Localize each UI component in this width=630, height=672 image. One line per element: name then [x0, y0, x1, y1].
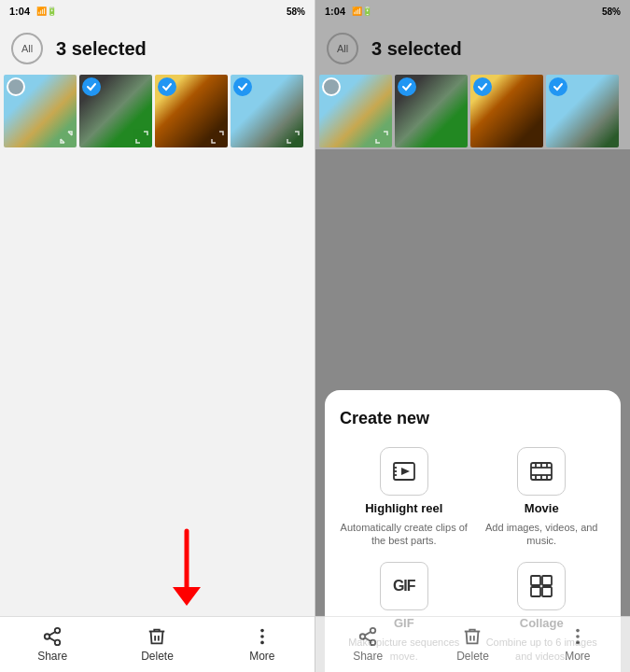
more-label-left: More — [249, 650, 274, 663]
movie-item[interactable]: Movie Add images, videos, and music. — [478, 447, 607, 548]
svg-point-33 — [576, 629, 580, 633]
check-1-right[interactable] — [322, 77, 341, 96]
share-button-left[interactable]: Share — [0, 619, 105, 670]
expand-4-left — [286, 130, 301, 145]
delete-icon-right — [462, 626, 483, 647]
delete-label-left: Delete — [141, 650, 174, 663]
svg-marker-11 — [401, 468, 410, 475]
delete-label-right: Delete — [456, 650, 489, 663]
right-thumbnail-row — [315, 75, 630, 149]
thumb-4-left[interactable] — [231, 75, 303, 147]
right-bottom-nav: Share Delete More — [315, 616, 630, 672]
create-new-title: Create new — [340, 409, 606, 428]
movie-name: Movie — [525, 501, 559, 515]
battery-right: 58% — [602, 7, 621, 17]
expand-1-right — [374, 130, 389, 145]
all-button-left[interactable]: All — [11, 33, 43, 64]
svg-point-8 — [260, 635, 264, 638]
svg-rect-25 — [542, 576, 552, 585]
delete-button-left[interactable]: Delete — [105, 619, 209, 670]
left-header: All 3 selected — [0, 22, 315, 75]
arrow-indicator — [163, 526, 210, 614]
collage-icon — [517, 562, 566, 610]
check-1-left[interactable] — [7, 77, 25, 96]
time-right: 1:04 — [325, 6, 345, 17]
svg-point-34 — [576, 635, 580, 638]
more-icon-right — [567, 626, 588, 647]
selected-count-right: 3 selected — [371, 38, 462, 60]
expand-2-left — [134, 130, 149, 145]
movie-desc: Add images, videos, and music. — [478, 521, 607, 548]
status-time-left: 1:04 📶🔋 — [9, 6, 57, 17]
all-label-right: All — [337, 43, 348, 54]
all-label-left: All — [21, 43, 33, 54]
share-icon-right — [357, 626, 378, 647]
left-thumbnail-row — [0, 75, 315, 149]
status-right-left: 58% — [287, 7, 305, 17]
thumb-3-left[interactable] — [155, 75, 228, 147]
thumb-2-right[interactable] — [395, 75, 468, 147]
left-bottom-nav: Share Delete More — [0, 616, 315, 672]
movie-icon — [517, 447, 566, 496]
svg-point-9 — [260, 641, 264, 645]
check-3-left[interactable] — [158, 77, 176, 96]
right-phone-panel: 1:04 📶🔋 58% All 3 selected — [315, 0, 630, 672]
status-icons-right: 📶🔋 — [352, 7, 372, 16]
svg-point-28 — [371, 628, 376, 634]
status-time-right: 1:04 📶🔋 — [325, 6, 372, 17]
svg-point-29 — [360, 634, 366, 639]
svg-point-35 — [576, 641, 580, 645]
thumb-1-left[interactable] — [4, 75, 77, 147]
svg-rect-24 — [531, 576, 540, 585]
svg-point-7 — [260, 629, 264, 633]
selected-count-left: 3 selected — [56, 38, 147, 60]
thumb-4-right[interactable] — [546, 75, 619, 147]
svg-line-6 — [49, 632, 55, 636]
thumb-2-left[interactable] — [79, 75, 152, 147]
left-content-area — [0, 149, 315, 616]
svg-marker-1 — [173, 587, 201, 606]
svg-rect-26 — [531, 587, 540, 596]
more-label-right: More — [565, 650, 590, 663]
svg-line-5 — [49, 637, 55, 641]
thumb-1-right[interactable] — [319, 75, 392, 147]
time-left: 1:04 — [9, 6, 30, 17]
svg-rect-27 — [542, 587, 552, 596]
right-status-bar: 1:04 📶🔋 58% — [315, 0, 630, 22]
svg-line-31 — [365, 637, 371, 641]
highlight-reel-name: Highlight reel — [365, 501, 442, 515]
check-2-right[interactable] — [398, 77, 416, 96]
all-button-right[interactable]: All — [327, 33, 358, 64]
check-3-right[interactable] — [473, 77, 492, 96]
highlight-reel-desc: Automatically create clips of the best p… — [340, 521, 469, 548]
expand-3-left — [210, 130, 225, 145]
svg-point-2 — [55, 628, 61, 634]
expand-1-left — [59, 130, 74, 145]
svg-line-32 — [365, 632, 371, 636]
gif-icon: GIF — [380, 562, 428, 610]
share-label-right: Share — [353, 650, 383, 663]
check-2-left[interactable] — [82, 77, 101, 96]
status-right-right: 58% — [602, 7, 621, 17]
more-icon-left — [252, 626, 273, 647]
highlight-reel-item[interactable]: Highlight reel Automatically create clip… — [340, 447, 469, 548]
svg-point-3 — [45, 634, 50, 639]
delete-icon-left — [147, 626, 167, 647]
share-icon-left — [42, 626, 63, 647]
svg-point-30 — [371, 640, 376, 646]
check-4-right[interactable] — [549, 77, 567, 96]
delete-button-right[interactable]: Delete — [420, 619, 525, 670]
check-4-left[interactable] — [233, 77, 252, 96]
share-label-left: Share — [37, 650, 67, 663]
status-icons-left: 📶🔋 — [36, 7, 57, 16]
highlight-reel-icon — [380, 447, 428, 496]
more-button-left[interactable]: More — [210, 619, 315, 670]
share-button-right[interactable]: Share — [315, 619, 420, 670]
right-header: All 3 selected — [315, 22, 630, 75]
left-phone-panel: 1:04 📶🔋 58% All 3 selected — [0, 0, 315, 672]
left-status-bar: 1:04 📶🔋 58% — [0, 0, 315, 22]
thumb-3-right[interactable] — [470, 75, 543, 147]
svg-point-4 — [55, 640, 61, 646]
more-button-right[interactable]: More — [525, 619, 630, 670]
battery-left: 58% — [287, 7, 305, 17]
